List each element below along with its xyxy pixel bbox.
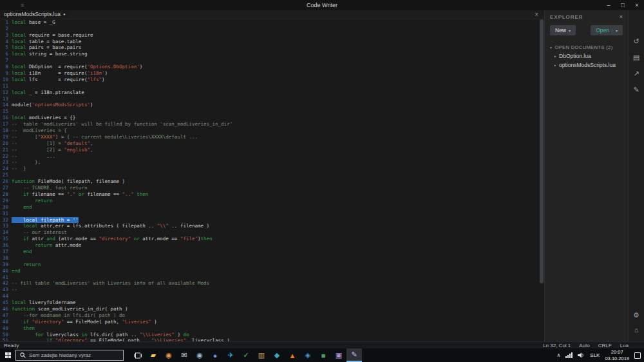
taskbar-icon-docs-app[interactable]: ▣	[331, 348, 346, 362]
taskbar-icon-file-explorer[interactable]: ▰	[146, 348, 161, 362]
taskbar-icon-code-writer[interactable]: ✎	[346, 348, 362, 362]
status-line-col[interactable]: Ln 32, Col 1	[543, 343, 571, 348]
taskbar-search[interactable]: Sem zadejte hledaný výraz	[15, 350, 124, 361]
code-line[interactable]: 35 if attr and (attr.mode == "directory"…	[0, 236, 544, 242]
taskbar-icon-steam[interactable]: ◉	[192, 348, 207, 362]
code-line[interactable]: 6local string = base.string	[0, 51, 544, 57]
code-line[interactable]: 31	[0, 211, 544, 217]
code-text: local lfs = require("lfs")	[12, 77, 105, 83]
edit-icon[interactable]: ✎	[633, 86, 639, 93]
code-line[interactable]: 13	[0, 96, 544, 102]
start-button[interactable]	[0, 348, 15, 362]
code-line[interactable]: 12local _ = i18n.ptranslate	[0, 90, 544, 96]
taskbar-icon-vlc[interactable]: ▲	[285, 348, 300, 362]
editor-scrollbar[interactable]	[540, 19, 544, 341]
open-documents-section[interactable]: ▾ OPEN DOCUMENTS (2)	[545, 43, 628, 52]
code-line[interactable]: 7	[0, 57, 544, 64]
code-line[interactable]: 42-- fill table 'modLiveries' with Liver…	[0, 280, 544, 287]
code-line[interactable]: 25	[0, 172, 544, 178]
code-line[interactable]: 11	[0, 83, 544, 90]
new-button[interactable]: New ▾	[550, 25, 576, 35]
code-editor[interactable]: 1local base = _G23local require = base.r…	[0, 19, 544, 341]
open-button[interactable]: Open ▾	[591, 25, 623, 35]
explorer-close-icon[interactable]: ×	[620, 14, 623, 20]
code-line[interactable]: 39 return	[0, 262, 544, 268]
code-line[interactable]: 33 local attr,err = lfs.attributes ( fil…	[0, 223, 544, 229]
code-line[interactable]: 46function scan_modLiveries_in_dir( path…	[0, 306, 544, 312]
status-encoding[interactable]: Auto	[579, 343, 589, 348]
network-icon[interactable]	[565, 352, 573, 358]
code-line[interactable]: 30 end	[0, 204, 544, 211]
undo-icon[interactable]: ↺	[633, 37, 639, 45]
scrollbar-thumb[interactable]	[540, 19, 544, 283]
home-icon[interactable]: ⌂	[633, 326, 639, 334]
tab-close-icon[interactable]: ×	[535, 11, 538, 18]
keyboard-language[interactable]: SLK	[590, 352, 600, 358]
code-line[interactable]: 44	[0, 293, 544, 300]
taskbar-icon-telegram[interactable]: ✈	[223, 348, 238, 362]
code-line[interactable]: 49 then	[0, 325, 544, 332]
code-line[interactable]: 27 -- IGNORE, fast return	[0, 185, 544, 191]
minimize-button[interactable]: –	[601, 0, 616, 10]
tray-chevron-icon[interactable]: ∧	[556, 352, 560, 358]
code-line[interactable]: 45local liveryfoldername	[0, 300, 544, 306]
code-line[interactable]: 5local pairs = base.pairs	[0, 44, 544, 51]
code-line[interactable]: 32 local filepath = ''	[0, 217, 544, 224]
code-line[interactable]: 34 -- our interest	[0, 229, 544, 236]
code-line[interactable]: 51 if "directory" == FileMode( path .. "…	[0, 338, 544, 341]
code-line[interactable]: 24-- }	[0, 166, 544, 172]
code-line[interactable]: 18-- modLiveries = {	[0, 128, 544, 134]
code-line[interactable]: 41	[0, 274, 544, 281]
code-line[interactable]: 2	[0, 26, 544, 32]
taskbar-icon-messenger[interactable]: ●	[207, 348, 223, 362]
code-line[interactable]: 4local table = base.table	[0, 39, 544, 45]
maximize-button[interactable]: □	[616, 0, 630, 10]
tab-optionsmodsscripts[interactable]: optionsModsScripts.lua ●	[0, 10, 70, 19]
code-line[interactable]: 23-- },	[0, 159, 544, 166]
task-view-button[interactable]	[130, 348, 146, 362]
taskbar-icon-tortoise-svn[interactable]: ✓	[238, 348, 254, 362]
code-line[interactable]: 48 if "directory" == FileMode( path, "Li…	[0, 319, 544, 325]
taskbar-icon-chrome[interactable]: ◉	[161, 348, 176, 362]
code-line[interactable]: 22-- ...	[0, 153, 544, 160]
code-line[interactable]: 36 return attr.mode	[0, 242, 544, 249]
action-center-icon[interactable]	[634, 352, 641, 359]
open-document-item[interactable]: ●optionsModsScripts.lua	[545, 61, 628, 70]
code-line[interactable]: 29 return	[0, 198, 544, 204]
settings-icon[interactable]: ⚙	[633, 311, 639, 319]
code-line[interactable]: 1local base = _G	[0, 19, 544, 26]
code-line[interactable]: 14module('optionsModsScripts')	[0, 102, 544, 108]
status-language[interactable]: Lua	[620, 343, 629, 348]
code-line[interactable]: 28 if filename == "." or filename == "..…	[0, 191, 544, 198]
code-line[interactable]: 37 end	[0, 249, 544, 255]
code-line[interactable]: 38	[0, 255, 544, 262]
code-line[interactable]: 19-- ["XXXX"] = { -- current module\Live…	[0, 134, 544, 140]
taskbar-icon-mail[interactable]: ✉	[176, 348, 192, 362]
clipboard-icon[interactable]: ▤	[633, 53, 639, 61]
code-line[interactable]: 43--	[0, 287, 544, 293]
code-line[interactable]: 9local i18n = require('i18n')	[0, 70, 544, 77]
code-line[interactable]: 17-- table 'modLiveries' will be filled …	[0, 121, 544, 128]
code-line[interactable]: 50 for liveryclass in lfs.dir( path .. "…	[0, 332, 544, 338]
code-line[interactable]: 26function FileMode( filepath, filename …	[0, 178, 544, 185]
taskbar-icon-wallet[interactable]: ▥	[254, 348, 269, 362]
taskbar-icon-dev-tool[interactable]: ◆	[269, 348, 285, 362]
status-eol[interactable]: CRLF	[598, 343, 612, 348]
code-line[interactable]: 21-- [2] = "english",	[0, 147, 544, 153]
taskbar-icon-defender[interactable]: ◈	[300, 348, 316, 362]
code-line[interactable]: 8local DbOption = require('Options.DbOpt…	[0, 64, 544, 70]
window-titlebar[interactable]: ≡ Code Writer – □ ×	[0, 0, 644, 10]
code-line[interactable]: 40end	[0, 268, 544, 274]
close-button[interactable]: ×	[630, 0, 644, 10]
taskbar-clock[interactable]: 20:07 03.10.2019	[605, 349, 629, 362]
open-document-item[interactable]: ●DbOption.lua	[545, 52, 628, 61]
code-line[interactable]: 10local lfs = require("lfs")	[0, 77, 544, 83]
code-line[interactable]: 15	[0, 108, 544, 115]
share-icon[interactable]: ↗	[633, 70, 639, 77]
code-line[interactable]: 20-- [1] = "default",	[0, 140, 544, 147]
code-line[interactable]: 16local modLiveries = {}	[0, 115, 544, 121]
code-line[interactable]: 3local require = base.require	[0, 32, 544, 39]
code-line[interactable]: 47 --for modname in lfs.dir( path ) do	[0, 312, 544, 319]
volume-icon[interactable]	[578, 352, 585, 358]
taskbar-icon-green-app[interactable]: ■	[316, 348, 331, 362]
